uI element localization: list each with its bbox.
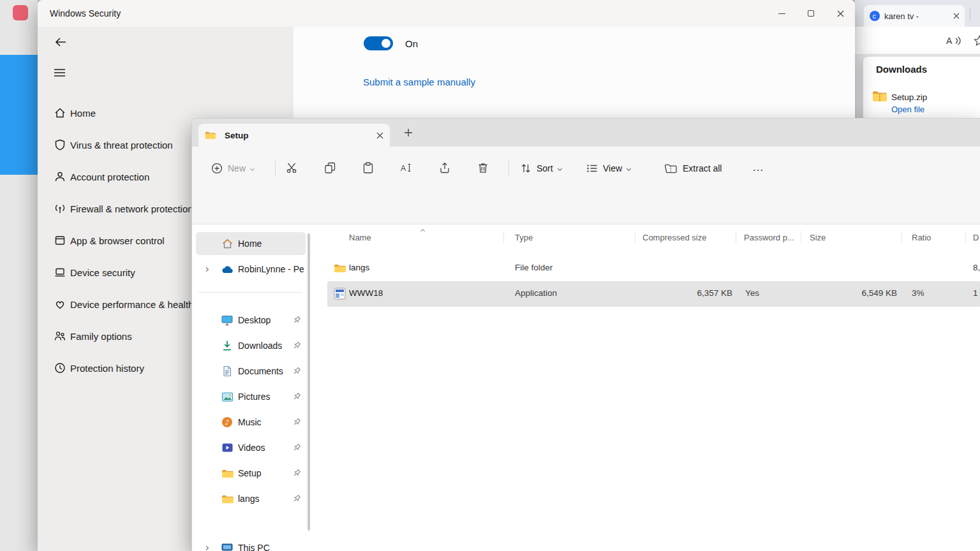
- column-date[interactable]: D: [973, 233, 979, 242]
- background-window-strip: [0, 0, 38, 551]
- nav-item-documents[interactable]: Documents: [196, 360, 306, 383]
- download-file-name[interactable]: Setup.zip: [891, 92, 927, 102]
- new-label: New: [228, 163, 246, 173]
- copy-icon[interactable]: [324, 162, 336, 173]
- nav-label: Videos: [238, 443, 265, 453]
- sort-icon: [520, 163, 531, 174]
- rename-icon[interactable]: A: [400, 162, 412, 173]
- nav-item-videos[interactable]: Videos: [196, 436, 306, 459]
- maximize-button[interactable]: [796, 0, 826, 27]
- nav-item-langs[interactable]: langs: [196, 487, 306, 510]
- back-icon[interactable]: [54, 35, 68, 49]
- share-icon[interactable]: [439, 162, 450, 173]
- sidebar-label: Device performance & health: [70, 299, 193, 310]
- downloads-flyout-title: Downloads: [876, 64, 927, 75]
- tab-divider: [970, 9, 970, 20]
- security-titlebar: Windows Security: [38, 0, 855, 27]
- plus-circle-icon: [211, 163, 223, 174]
- edge-tab-title: karen tv -: [884, 11, 953, 21]
- nav-item-downloads[interactable]: Downloads: [196, 334, 306, 357]
- tab-close-icon[interactable]: [953, 13, 960, 19]
- pin-icon: [292, 469, 301, 478]
- cell-password: Yes: [745, 288, 759, 298]
- download-icon: [221, 339, 234, 352]
- nav-label: Music: [238, 417, 262, 427]
- new-tab-icon[interactable]: [404, 128, 413, 137]
- file-row-www18[interactable]: WWW18 Application 6,357 KB Yes 6,549 KB …: [192, 281, 980, 307]
- cut-icon[interactable]: [286, 162, 297, 173]
- videos-icon: [221, 441, 234, 454]
- home-icon: [54, 107, 66, 119]
- window-title: Windows Security: [50, 8, 121, 18]
- edge-toolbar: A: [855, 27, 980, 55]
- this-pc-icon: [221, 541, 234, 551]
- submit-sample-link[interactable]: Submit a sample manually: [363, 77, 475, 87]
- minimize-button[interactable]: [767, 0, 796, 27]
- close-button[interactable]: [826, 0, 855, 27]
- view-icon: [586, 163, 598, 174]
- column-divider: [902, 231, 902, 244]
- svg-text:♪: ♪: [225, 418, 230, 427]
- pin-icon: [292, 341, 301, 350]
- svg-text:A: A: [401, 164, 406, 173]
- real-time-protection-toggle[interactable]: [364, 36, 393, 50]
- column-size[interactable]: Size: [810, 233, 826, 242]
- edge-tab-strip: c karen tv -: [855, 0, 980, 27]
- extract-all-button[interactable]: Extract all: [664, 156, 722, 180]
- column-name[interactable]: Name: [349, 233, 371, 242]
- nav-item-setup[interactable]: Setup: [196, 462, 306, 485]
- history-icon: [54, 362, 66, 374]
- column-divider: [635, 231, 635, 244]
- downloads-flyout: Downloads Setup.zip Open file: [863, 56, 980, 122]
- cell-date: 8,: [973, 263, 980, 272]
- nav-item-desktop[interactable]: Desktop: [196, 309, 306, 332]
- read-aloud-icon[interactable]: A: [946, 35, 962, 47]
- view-button[interactable]: View: [586, 156, 630, 180]
- hamburger-menu-icon[interactable]: [54, 68, 66, 77]
- screen: c karen tv - A Downloads Setup.zip: [0, 0, 980, 551]
- tab-close-icon[interactable]: [376, 132, 383, 139]
- pin-icon: [292, 443, 301, 452]
- column-compressed-size[interactable]: Compressed size: [642, 233, 706, 242]
- nav-item-this-pc[interactable]: This PC: [196, 536, 306, 551]
- paste-icon[interactable]: [362, 162, 374, 173]
- column-password[interactable]: Password p...: [744, 233, 794, 242]
- new-button[interactable]: New: [211, 156, 254, 180]
- blue-accent-panel: [0, 55, 38, 175]
- explorer-tab[interactable]: Setup: [198, 124, 390, 147]
- nav-label: Downloads: [238, 341, 282, 351]
- more-options-icon[interactable]: …: [752, 161, 764, 174]
- music-icon: ♪: [221, 416, 234, 429]
- sort-button[interactable]: Sort: [520, 156, 561, 180]
- file-row-langs[interactable]: langs File folder 8,: [192, 256, 980, 281]
- nav-item-music[interactable]: ♪ Music: [196, 411, 306, 434]
- app-favicon: [13, 5, 28, 20]
- nav-label: Pictures: [238, 392, 271, 402]
- folder-icon: [221, 467, 234, 480]
- nav-label: Documents: [238, 366, 283, 376]
- cell-type: Application: [515, 288, 557, 298]
- cell-type: File folder: [515, 263, 553, 272]
- column-ratio[interactable]: Ratio: [912, 233, 931, 242]
- person-icon: [54, 170, 66, 183]
- cell-compressed-size: 6,357 KB: [639, 288, 732, 298]
- folder-icon: [221, 492, 234, 505]
- sidebar-label: Home: [70, 108, 96, 119]
- edge-tab[interactable]: c karen tv -: [864, 5, 965, 27]
- sidebar-label: Protection history: [70, 363, 144, 374]
- sort-ascending-icon: [420, 229, 425, 233]
- cell-size: 6,549 KB: [824, 288, 897, 298]
- open-file-link[interactable]: Open file: [891, 105, 924, 114]
- expand-chevron-icon[interactable]: [204, 545, 209, 550]
- app-browser-icon: [54, 234, 66, 247]
- nav-label: This PC: [238, 543, 270, 551]
- favorites-star-icon[interactable]: [974, 35, 980, 47]
- pin-icon: [292, 367, 301, 376]
- cell-date: 1: [973, 288, 978, 298]
- extract-all-icon: [664, 163, 678, 174]
- column-type[interactable]: Type: [515, 233, 533, 242]
- nav-item-pictures[interactable]: Pictures: [196, 385, 306, 408]
- toolbar-divider: [275, 161, 276, 176]
- folder-icon: [205, 131, 216, 140]
- delete-icon[interactable]: [477, 162, 489, 173]
